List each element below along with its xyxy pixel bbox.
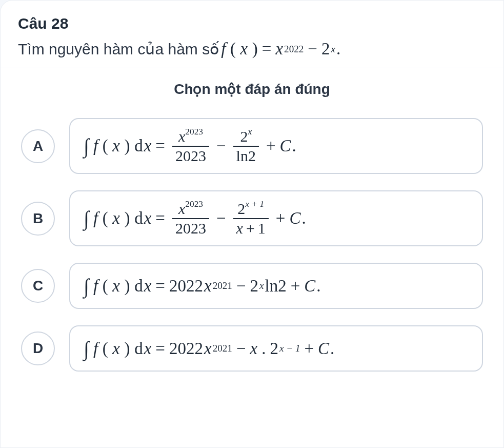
option-a-box[interactable]: ∫ f ( x ) dx = x2023 2023 − 2x ln2 — [69, 118, 483, 174]
option-a: A ∫ f ( x ) dx = x2023 2023 − 2x — [21, 118, 483, 174]
option-d-box[interactable]: ∫ f ( x ) dx = 2022x2021 − x . 2x − 1 + … — [69, 325, 483, 372]
question-number: Câu 28 — [18, 15, 486, 32]
option-b-frac1: x2023 2023 — [172, 201, 209, 236]
option-b-box[interactable]: ∫ f ( x ) dx = x2023 2023 − 2x + 1 x+1 — [69, 190, 483, 246]
option-c: C ∫ f ( x ) dx = 2022x2021 − 2xln2 + C. — [21, 263, 483, 309]
option-a-frac1: x2023 2023 — [172, 128, 209, 164]
option-b: B ∫ f ( x ) dx = x2023 2023 − 2x + 1 — [21, 190, 483, 246]
option-a-frac2: 2x ln2 — [233, 128, 259, 164]
options-list: A ∫ f ( x ) dx = x2023 2023 − 2x — [18, 118, 486, 372]
stem-text: Tìm nguyên hàm của hàm số — [18, 40, 219, 58]
stem-function: f ( x ) = x2022 − 2x. — [221, 40, 340, 59]
option-d-radio[interactable]: D — [21, 332, 55, 365]
instruction: Chọn một đáp án đúng — [18, 81, 486, 98]
option-d-math: ∫ f ( x ) dx = 2022x2021 − x . 2x − 1 + … — [84, 337, 334, 361]
divider — [1, 68, 503, 68]
option-a-math: ∫ f ( x ) dx = x2023 2023 − 2x ln2 — [84, 128, 296, 164]
option-b-frac2: 2x + 1 x+1 — [233, 201, 269, 236]
option-b-radio[interactable]: B — [21, 202, 55, 236]
option-c-math: ∫ f ( x ) dx = 2022x2021 − 2xln2 + C. — [84, 274, 321, 298]
question-stem: Tìm nguyên hàm của hàm số f ( x ) = x202… — [18, 40, 486, 59]
question-card: Câu 28 Tìm nguyên hàm của hàm số f ( x )… — [0, 0, 504, 448]
option-c-radio[interactable]: C — [21, 269, 55, 303]
option-a-radio[interactable]: A — [21, 129, 55, 163]
option-c-box[interactable]: ∫ f ( x ) dx = 2022x2021 − 2xln2 + C. — [69, 263, 483, 309]
option-d: D ∫ f ( x ) dx = 2022x2021 − x . 2x − 1 … — [21, 325, 483, 372]
option-b-math: ∫ f ( x ) dx = x2023 2023 − 2x + 1 x+1 — [84, 201, 306, 236]
